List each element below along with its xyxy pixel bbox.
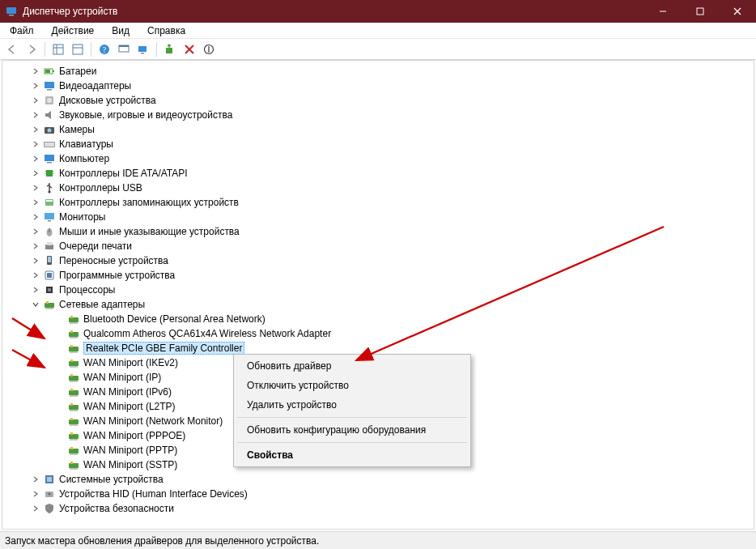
svg-rect-31 — [47, 162, 52, 164]
svg-rect-45 — [47, 242, 52, 245]
toolbar-scan-hardware-button[interactable] — [134, 40, 152, 58]
net-icon — [67, 415, 80, 428]
toolbar-help-button[interactable]: ? — [96, 40, 113, 58]
chevron-down-icon[interactable] — [30, 299, 41, 310]
tree-item-computer[interactable]: Компьютер — [6, 151, 754, 166]
tree-item-bt[interactable]: Bluetooth Device (Personal Area Network) — [6, 312, 754, 326]
tree-item-software[interactable]: Программные устройства — [6, 268, 754, 283]
chevron-right-icon[interactable] — [30, 474, 41, 485]
tree-item-mice[interactable]: Мыши и иные указывающие устройства — [6, 224, 754, 239]
tree-item-video[interactable]: Видеоадаптеры — [6, 79, 754, 93]
chevron-right-icon[interactable] — [30, 503, 41, 514]
chevron-right-icon[interactable] — [30, 488, 41, 500]
svg-rect-33 — [45, 171, 46, 172]
tree-item-printq[interactable]: Очереди печати — [6, 239, 754, 253]
chevron-right-icon[interactable] — [30, 226, 41, 237]
keyboard-icon — [43, 138, 56, 151]
tree-item-storagectl[interactable]: Контроллеры запоминающих устройств — [6, 195, 754, 210]
app-icon — [5, 5, 18, 18]
tree-item-label: WAN Miniport (PPTP) — [83, 445, 177, 456]
tree-item-label: Батареи — [59, 66, 96, 77]
chevron-right-icon[interactable] — [30, 284, 41, 296]
toolbar-separator — [156, 42, 157, 57]
tree-item-wifi[interactable]: Qualcomm Atheros QCA61x4A Wireless Netwo… — [6, 326, 754, 341]
tree-item-audio[interactable]: Звуковые, игровые и видеоустройства — [6, 108, 754, 122]
tree-item-label: Видеоадаптеры — [59, 80, 131, 92]
toolbar-view-button[interactable] — [115, 40, 133, 58]
context-separator — [237, 442, 467, 443]
chevron-right-icon[interactable] — [30, 270, 41, 281]
svg-point-91 — [49, 493, 51, 496]
toolbar-back-button[interactable] — [3, 40, 21, 58]
chevron-right-icon[interactable] — [30, 109, 41, 121]
tree-item-portable[interactable]: Переносные устройства — [6, 253, 754, 268]
tree-item-batteries[interactable]: Батареи — [6, 64, 754, 79]
tree-item-label: Сетевые адаптеры — [59, 299, 145, 310]
tree-item-sysdev[interactable]: Системные устройства — [6, 472, 754, 487]
tree-item-keyboards[interactable]: Клавиатуры — [6, 137, 754, 151]
tree-item-label: Клавиатуры — [59, 138, 113, 150]
chevron-right-icon — [54, 328, 66, 339]
chevron-right-icon[interactable] — [30, 211, 41, 223]
tree-item-usb[interactable]: Контроллеры USB — [6, 181, 754, 195]
cpu-icon — [43, 283, 56, 296]
svg-rect-56 — [70, 316, 73, 318]
monitor-icon — [43, 211, 56, 223]
menu-file[interactable]: Файл — [5, 23, 39, 38]
chevron-right-icon[interactable] — [30, 168, 41, 179]
svg-rect-20 — [53, 70, 54, 72]
chevron-right-icon[interactable] — [30, 138, 41, 150]
svg-rect-76 — [69, 419, 79, 424]
chevron-right-icon[interactable] — [30, 182, 41, 194]
toolbar-disable-button[interactable] — [200, 40, 218, 58]
context-delete-device[interactable]: Удалить устройство — [236, 395, 469, 415]
toolbar-forward-button[interactable] — [23, 40, 40, 58]
svg-rect-71 — [70, 389, 73, 391]
tree-item-hid[interactable]: Устройства HID (Human Interface Devices) — [6, 487, 754, 501]
window-maximize-button[interactable] — [682, 0, 719, 23]
context-menu: Обновить драйвер Отключить устройство Уд… — [233, 354, 471, 467]
tree-item-cameras[interactable]: Камеры — [6, 122, 754, 137]
window-close-button[interactable] — [719, 0, 756, 23]
menu-help[interactable]: Справка — [142, 23, 190, 38]
chevron-right-icon[interactable] — [30, 153, 41, 164]
svg-rect-9 — [73, 45, 83, 54]
tree-item-monitors[interactable]: Мониторы — [6, 210, 754, 224]
chevron-right-icon[interactable] — [30, 66, 41, 77]
window-title: Диспетчер устройств — [23, 6, 117, 17]
menu-view[interactable]: Вид — [107, 23, 134, 38]
chevron-right-icon[interactable] — [30, 255, 41, 266]
svg-rect-62 — [70, 345, 73, 347]
svg-rect-15 — [138, 46, 147, 52]
tree-item-network-adapters[interactable]: Сетевые адаптеры — [6, 297, 754, 312]
chevron-right-icon — [54, 459, 66, 470]
context-disable-device[interactable]: Отключить устройство — [236, 376, 469, 395]
display-icon — [43, 79, 56, 92]
system-icon — [43, 473, 56, 486]
menu-action[interactable]: Действие — [47, 23, 100, 38]
tree-item-ide[interactable]: Контроллеры IDE ATA/ATAPI — [6, 166, 754, 181]
toolbar-properties-button[interactable] — [69, 40, 87, 58]
chevron-right-icon[interactable] — [30, 197, 41, 208]
chevron-right-icon[interactable] — [30, 80, 41, 92]
chevron-right-icon — [54, 415, 66, 427]
context-update-driver[interactable]: Обновить драйвер — [236, 356, 469, 376]
svg-rect-68 — [70, 374, 73, 377]
chip-icon — [43, 167, 56, 180]
tree-item-diskdrives[interactable]: Дисковые устройства — [6, 93, 754, 108]
context-properties[interactable]: Свойства — [236, 445, 469, 465]
chevron-right-icon[interactable] — [30, 124, 41, 135]
chevron-right-icon[interactable] — [30, 240, 41, 252]
toolbar-update-driver-button[interactable] — [161, 40, 179, 58]
window-minimize-button[interactable] — [644, 0, 682, 23]
svg-rect-40 — [45, 213, 54, 219]
tree-item-cpus[interactable]: Процессоры — [6, 283, 754, 297]
svg-rect-82 — [69, 449, 79, 453]
svg-rect-85 — [69, 463, 79, 468]
svg-rect-53 — [46, 301, 49, 304]
chevron-right-icon[interactable] — [30, 95, 41, 106]
tree-item-security[interactable]: Устройства безопасности — [6, 501, 754, 516]
toolbar-uninstall-button[interactable] — [181, 40, 198, 58]
context-rescan[interactable]: Обновить конфигурацию оборудования — [236, 420, 469, 440]
toolbar-show-hidden-button[interactable] — [49, 40, 67, 58]
